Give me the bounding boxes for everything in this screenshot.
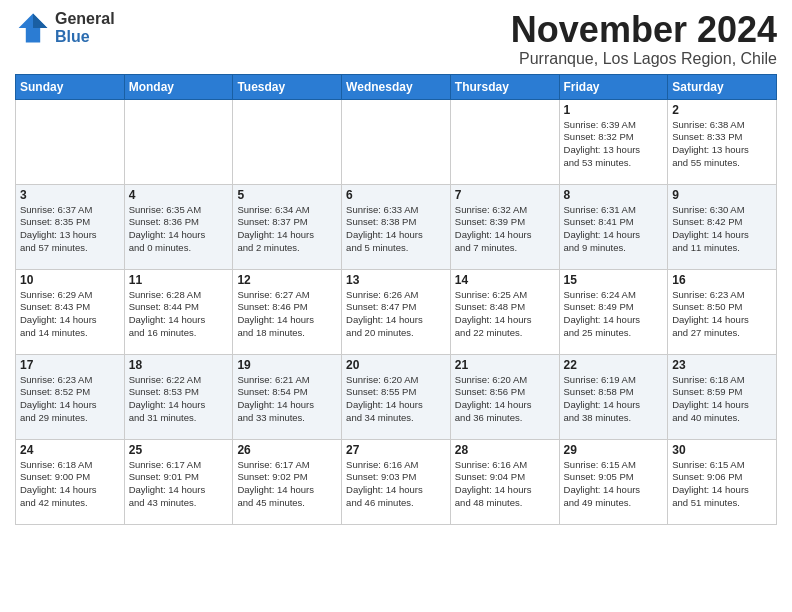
weekday-header-monday: Monday bbox=[124, 74, 233, 99]
day-info: Sunrise: 6:37 AM Sunset: 8:35 PM Dayligh… bbox=[20, 204, 120, 255]
calendar-cell: 28Sunrise: 6:16 AM Sunset: 9:04 PM Dayli… bbox=[450, 439, 559, 524]
day-number: 29 bbox=[564, 443, 664, 457]
calendar-cell: 17Sunrise: 6:23 AM Sunset: 8:52 PM Dayli… bbox=[16, 354, 125, 439]
calendar-cell: 8Sunrise: 6:31 AM Sunset: 8:41 PM Daylig… bbox=[559, 184, 668, 269]
day-info: Sunrise: 6:30 AM Sunset: 8:42 PM Dayligh… bbox=[672, 204, 772, 255]
day-info: Sunrise: 6:16 AM Sunset: 9:03 PM Dayligh… bbox=[346, 459, 446, 510]
calendar-cell: 9Sunrise: 6:30 AM Sunset: 8:42 PM Daylig… bbox=[668, 184, 777, 269]
day-info: Sunrise: 6:18 AM Sunset: 8:59 PM Dayligh… bbox=[672, 374, 772, 425]
day-number: 22 bbox=[564, 358, 664, 372]
calendar-week-5: 24Sunrise: 6:18 AM Sunset: 9:00 PM Dayli… bbox=[16, 439, 777, 524]
day-info: Sunrise: 6:24 AM Sunset: 8:49 PM Dayligh… bbox=[564, 289, 664, 340]
day-number: 20 bbox=[346, 358, 446, 372]
calendar-cell: 1Sunrise: 6:39 AM Sunset: 8:32 PM Daylig… bbox=[559, 99, 668, 184]
calendar-cell: 27Sunrise: 6:16 AM Sunset: 9:03 PM Dayli… bbox=[342, 439, 451, 524]
day-number: 7 bbox=[455, 188, 555, 202]
day-info: Sunrise: 6:18 AM Sunset: 9:00 PM Dayligh… bbox=[20, 459, 120, 510]
day-info: Sunrise: 6:17 AM Sunset: 9:02 PM Dayligh… bbox=[237, 459, 337, 510]
location-title: Purranque, Los Lagos Region, Chile bbox=[511, 50, 777, 68]
calendar-cell: 6Sunrise: 6:33 AM Sunset: 8:38 PM Daylig… bbox=[342, 184, 451, 269]
day-number: 17 bbox=[20, 358, 120, 372]
calendar-week-4: 17Sunrise: 6:23 AM Sunset: 8:52 PM Dayli… bbox=[16, 354, 777, 439]
calendar-cell bbox=[233, 99, 342, 184]
calendar-cell: 20Sunrise: 6:20 AM Sunset: 8:55 PM Dayli… bbox=[342, 354, 451, 439]
calendar-cell bbox=[16, 99, 125, 184]
day-number: 18 bbox=[129, 358, 229, 372]
logo-icon bbox=[15, 10, 51, 46]
day-number: 9 bbox=[672, 188, 772, 202]
day-number: 25 bbox=[129, 443, 229, 457]
day-number: 16 bbox=[672, 273, 772, 287]
day-info: Sunrise: 6:35 AM Sunset: 8:36 PM Dayligh… bbox=[129, 204, 229, 255]
title-block: November 2024 Purranque, Los Lagos Regio… bbox=[511, 10, 777, 68]
calendar-cell: 14Sunrise: 6:25 AM Sunset: 8:48 PM Dayli… bbox=[450, 269, 559, 354]
day-number: 2 bbox=[672, 103, 772, 117]
calendar-cell: 24Sunrise: 6:18 AM Sunset: 9:00 PM Dayli… bbox=[16, 439, 125, 524]
calendar-cell: 26Sunrise: 6:17 AM Sunset: 9:02 PM Dayli… bbox=[233, 439, 342, 524]
calendar-cell: 13Sunrise: 6:26 AM Sunset: 8:47 PM Dayli… bbox=[342, 269, 451, 354]
day-number: 10 bbox=[20, 273, 120, 287]
day-info: Sunrise: 6:39 AM Sunset: 8:32 PM Dayligh… bbox=[564, 119, 664, 170]
weekday-header-tuesday: Tuesday bbox=[233, 74, 342, 99]
day-info: Sunrise: 6:31 AM Sunset: 8:41 PM Dayligh… bbox=[564, 204, 664, 255]
calendar-week-2: 3Sunrise: 6:37 AM Sunset: 8:35 PM Daylig… bbox=[16, 184, 777, 269]
day-number: 1 bbox=[564, 103, 664, 117]
day-info: Sunrise: 6:20 AM Sunset: 8:56 PM Dayligh… bbox=[455, 374, 555, 425]
calendar-cell bbox=[124, 99, 233, 184]
calendar-cell: 21Sunrise: 6:20 AM Sunset: 8:56 PM Dayli… bbox=[450, 354, 559, 439]
day-info: Sunrise: 6:16 AM Sunset: 9:04 PM Dayligh… bbox=[455, 459, 555, 510]
day-info: Sunrise: 6:15 AM Sunset: 9:05 PM Dayligh… bbox=[564, 459, 664, 510]
day-info: Sunrise: 6:32 AM Sunset: 8:39 PM Dayligh… bbox=[455, 204, 555, 255]
day-number: 23 bbox=[672, 358, 772, 372]
calendar-cell: 15Sunrise: 6:24 AM Sunset: 8:49 PM Dayli… bbox=[559, 269, 668, 354]
day-info: Sunrise: 6:23 AM Sunset: 8:52 PM Dayligh… bbox=[20, 374, 120, 425]
day-info: Sunrise: 6:28 AM Sunset: 8:44 PM Dayligh… bbox=[129, 289, 229, 340]
month-title: November 2024 bbox=[511, 10, 777, 50]
calendar-cell: 18Sunrise: 6:22 AM Sunset: 8:53 PM Dayli… bbox=[124, 354, 233, 439]
day-number: 21 bbox=[455, 358, 555, 372]
logo: General Blue bbox=[15, 10, 115, 46]
calendar-cell: 2Sunrise: 6:38 AM Sunset: 8:33 PM Daylig… bbox=[668, 99, 777, 184]
day-number: 27 bbox=[346, 443, 446, 457]
calendar-cell: 11Sunrise: 6:28 AM Sunset: 8:44 PM Dayli… bbox=[124, 269, 233, 354]
calendar-cell: 7Sunrise: 6:32 AM Sunset: 8:39 PM Daylig… bbox=[450, 184, 559, 269]
calendar-cell bbox=[342, 99, 451, 184]
calendar-cell: 5Sunrise: 6:34 AM Sunset: 8:37 PM Daylig… bbox=[233, 184, 342, 269]
svg-marker-1 bbox=[33, 14, 47, 28]
day-number: 3 bbox=[20, 188, 120, 202]
calendar-table: SundayMondayTuesdayWednesdayThursdayFrid… bbox=[15, 74, 777, 525]
calendar-week-3: 10Sunrise: 6:29 AM Sunset: 8:43 PM Dayli… bbox=[16, 269, 777, 354]
day-info: Sunrise: 6:33 AM Sunset: 8:38 PM Dayligh… bbox=[346, 204, 446, 255]
day-info: Sunrise: 6:21 AM Sunset: 8:54 PM Dayligh… bbox=[237, 374, 337, 425]
day-info: Sunrise: 6:22 AM Sunset: 8:53 PM Dayligh… bbox=[129, 374, 229, 425]
day-number: 14 bbox=[455, 273, 555, 287]
weekday-header-wednesday: Wednesday bbox=[342, 74, 451, 99]
weekday-header-friday: Friday bbox=[559, 74, 668, 99]
weekday-header-row: SundayMondayTuesdayWednesdayThursdayFrid… bbox=[16, 74, 777, 99]
day-number: 5 bbox=[237, 188, 337, 202]
day-number: 24 bbox=[20, 443, 120, 457]
day-info: Sunrise: 6:17 AM Sunset: 9:01 PM Dayligh… bbox=[129, 459, 229, 510]
calendar-cell: 25Sunrise: 6:17 AM Sunset: 9:01 PM Dayli… bbox=[124, 439, 233, 524]
logo-text: General Blue bbox=[55, 10, 115, 45]
day-info: Sunrise: 6:20 AM Sunset: 8:55 PM Dayligh… bbox=[346, 374, 446, 425]
weekday-header-thursday: Thursday bbox=[450, 74, 559, 99]
calendar-cell: 3Sunrise: 6:37 AM Sunset: 8:35 PM Daylig… bbox=[16, 184, 125, 269]
calendar-cell: 10Sunrise: 6:29 AM Sunset: 8:43 PM Dayli… bbox=[16, 269, 125, 354]
page-header: General Blue November 2024 Purranque, Lo… bbox=[15, 10, 777, 68]
calendar-cell: 12Sunrise: 6:27 AM Sunset: 8:46 PM Dayli… bbox=[233, 269, 342, 354]
day-info: Sunrise: 6:15 AM Sunset: 9:06 PM Dayligh… bbox=[672, 459, 772, 510]
day-number: 4 bbox=[129, 188, 229, 202]
day-number: 13 bbox=[346, 273, 446, 287]
day-info: Sunrise: 6:23 AM Sunset: 8:50 PM Dayligh… bbox=[672, 289, 772, 340]
day-info: Sunrise: 6:25 AM Sunset: 8:48 PM Dayligh… bbox=[455, 289, 555, 340]
day-number: 28 bbox=[455, 443, 555, 457]
calendar-week-1: 1Sunrise: 6:39 AM Sunset: 8:32 PM Daylig… bbox=[16, 99, 777, 184]
day-info: Sunrise: 6:19 AM Sunset: 8:58 PM Dayligh… bbox=[564, 374, 664, 425]
calendar-cell: 22Sunrise: 6:19 AM Sunset: 8:58 PM Dayli… bbox=[559, 354, 668, 439]
day-number: 30 bbox=[672, 443, 772, 457]
logo-blue-text: Blue bbox=[55, 28, 115, 46]
day-info: Sunrise: 6:27 AM Sunset: 8:46 PM Dayligh… bbox=[237, 289, 337, 340]
day-number: 26 bbox=[237, 443, 337, 457]
day-number: 15 bbox=[564, 273, 664, 287]
